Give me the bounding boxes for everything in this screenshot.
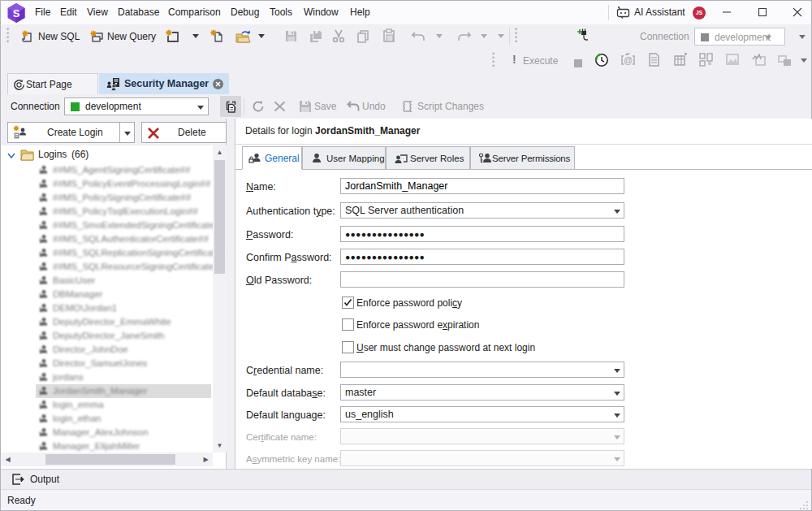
svg-text:S: S: [13, 7, 20, 19]
svg-text:@: @: [624, 55, 633, 65]
